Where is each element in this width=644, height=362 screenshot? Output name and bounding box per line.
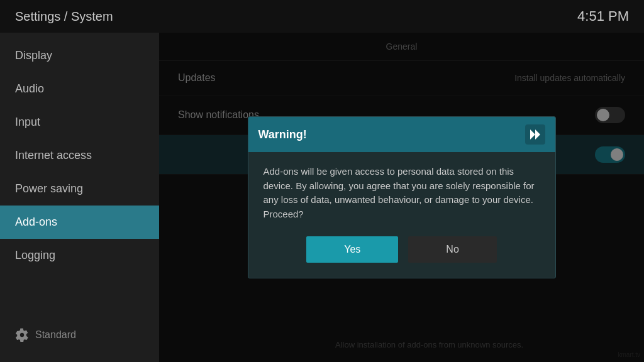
dialog-title: Warning! [258, 128, 307, 141]
sidebar-item-power-saving[interactable]: Power saving [0, 172, 159, 206]
no-button[interactable]: No [408, 236, 496, 263]
content-area: General Updates Install updates automati… [159, 33, 644, 362]
warning-dialog: Warning! Add-ons will be given access to… [248, 116, 556, 278]
kodi-icon [525, 124, 545, 145]
dialog-body: Add-ons will be given access to personal… [248, 152, 555, 236]
sidebar-standard-label: Standard [35, 329, 76, 341]
gear-icon [15, 328, 29, 342]
sidebar-bottom-item[interactable]: Standard [0, 321, 159, 349]
sidebar-item-logging[interactable]: Logging [0, 239, 159, 272]
sidebar: Display Audio Input Internet access Powe… [0, 33, 159, 362]
sidebar-item-audio[interactable]: Audio [0, 72, 159, 106]
kodi-logo [525, 124, 545, 145]
main-layout: Display Audio Input Internet access Powe… [0, 33, 644, 362]
clock: 4:51 PM [577, 8, 629, 25]
dialog-overlay: Warning! Add-ons will be given access to… [159, 33, 644, 362]
sidebar-item-add-ons[interactable]: Add-ons [0, 206, 159, 239]
header: Settings / System 4:51 PM [0, 0, 644, 33]
dialog-header: Warning! [248, 117, 555, 152]
sidebar-item-input[interactable]: Input [0, 106, 159, 139]
sidebar-item-internet-access[interactable]: Internet access [0, 139, 159, 172]
page-title: Settings / System [15, 9, 113, 24]
sidebar-item-display[interactable]: Display [0, 39, 159, 72]
dialog-buttons: Yes No [248, 236, 555, 278]
yes-button[interactable]: Yes [306, 236, 398, 263]
